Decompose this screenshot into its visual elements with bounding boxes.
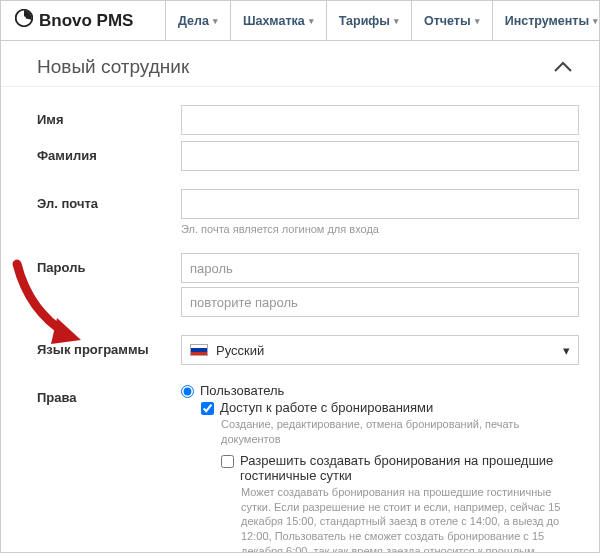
label-name: Имя xyxy=(37,105,181,127)
name-input[interactable] xyxy=(181,105,579,135)
collapse-icon[interactable] xyxy=(553,55,581,78)
label-password: Пароль xyxy=(37,253,181,275)
nav-schedule[interactable]: Шахматка ▾ xyxy=(231,1,327,40)
row-language: Язык программы Русский ▾ xyxy=(37,335,579,365)
language-select[interactable]: Русский ▾ xyxy=(181,335,579,365)
panel-header: Новый сотрудник xyxy=(1,41,599,87)
nav-tools[interactable]: Инструменты ▾ xyxy=(493,1,600,40)
perm-allow-past-label: Разрешить создавать бронирования на прош… xyxy=(240,453,579,483)
page-title: Новый сотрудник xyxy=(37,56,189,78)
label-language: Язык программы xyxy=(37,335,181,357)
row-email: Эл. почта Эл. почта является логином для… xyxy=(37,189,579,235)
nav-label: Отчеты xyxy=(424,14,471,28)
brand-logo: Bnovo PMS xyxy=(1,1,166,40)
row-rights: Права Пользователь Доступ к работе с бро… xyxy=(37,383,579,553)
email-input[interactable] xyxy=(181,189,579,219)
nav-label: Тарифы xyxy=(339,14,390,28)
row-password: Пароль xyxy=(37,253,579,317)
nav-reports[interactable]: Отчеты ▾ xyxy=(412,1,493,40)
chevron-down-icon: ▾ xyxy=(563,343,570,358)
brand-icon xyxy=(15,9,33,32)
chevron-down-icon: ▾ xyxy=(394,16,399,26)
nav-tariffs[interactable]: Тарифы ▾ xyxy=(327,1,412,40)
surname-input[interactable] xyxy=(181,141,579,171)
label-email: Эл. почта xyxy=(37,189,181,211)
role-user-label: Пользователь xyxy=(200,383,284,398)
nav-label: Дела xyxy=(178,14,209,28)
perm-allow-past-desc: Может создавать бронирования на прошедши… xyxy=(241,485,579,553)
email-hint: Эл. почта является логином для входа xyxy=(181,223,579,235)
password-repeat-input[interactable] xyxy=(181,287,579,317)
perm-allow-past[interactable]: Разрешить создавать бронирования на прош… xyxy=(221,453,579,483)
chevron-down-icon: ▾ xyxy=(593,16,598,26)
role-user-radio[interactable]: Пользователь xyxy=(181,383,579,398)
perm-booking-access[interactable]: Доступ к работе с бронированиями xyxy=(201,400,579,415)
row-name: Имя xyxy=(37,105,579,135)
label-rights: Права xyxy=(37,383,181,405)
chevron-down-icon: ▾ xyxy=(475,16,480,26)
form-body: Имя Фамилия Эл. почта Эл. почта является… xyxy=(1,87,599,553)
role-user-radio-input[interactable] xyxy=(181,385,194,398)
top-nav: Bnovo PMS Дела ▾ Шахматка ▾ Тарифы ▾ Отч… xyxy=(1,1,599,41)
language-selected-value: Русский xyxy=(216,343,264,358)
perm-booking-access-desc: Создание, редактирование, отмена брониро… xyxy=(221,417,579,447)
password-input[interactable] xyxy=(181,253,579,283)
svg-point-1 xyxy=(22,16,26,20)
chevron-down-icon: ▾ xyxy=(213,16,218,26)
nav-label: Шахматка xyxy=(243,14,305,28)
chevron-down-icon: ▾ xyxy=(309,16,314,26)
perm-booking-access-input[interactable] xyxy=(201,402,214,415)
rights-block: Пользователь Доступ к работе с бронирова… xyxy=(181,383,579,553)
perm-allow-past-input[interactable] xyxy=(221,455,234,468)
nav-tasks[interactable]: Дела ▾ xyxy=(166,1,231,40)
perm-booking-access-label: Доступ к работе с бронированиями xyxy=(220,400,433,415)
nav-label: Инструменты xyxy=(505,14,589,28)
row-surname: Фамилия xyxy=(37,141,579,171)
flag-ru-icon xyxy=(190,344,208,356)
label-surname: Фамилия xyxy=(37,141,181,163)
brand-text: Bnovo PMS xyxy=(39,11,133,31)
